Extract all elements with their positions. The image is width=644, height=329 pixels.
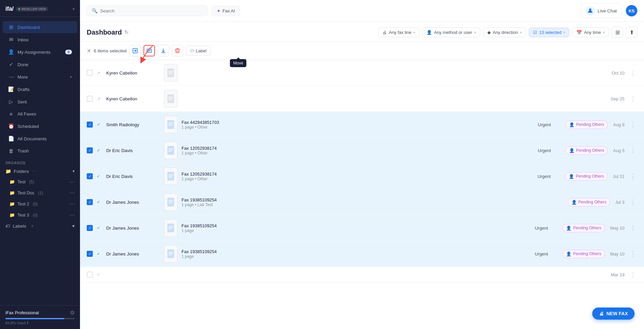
svg-rect-3 [147, 49, 152, 53]
upload-button[interactable]: ⬆ [626, 27, 637, 38]
selected-chevron-icon: ▾ [563, 31, 565, 34]
row-checkbox[interactable] [87, 96, 93, 102]
sidebar-item-dashboard[interactable]: ⊞ Dashboard [3, 21, 77, 33]
row-checkbox[interactable] [87, 147, 93, 153]
folders-header[interactable]: 📁 Folders ⋯ ▾ [0, 166, 80, 176]
sidebar-item-all-faxes[interactable]: ≡ All Faxes [3, 108, 77, 120]
move-button[interactable] [144, 45, 155, 56]
sender-name: Kyren Cabellon [106, 70, 160, 76]
sidebar-item-sent[interactable]: ▷ Sent [3, 96, 77, 108]
live-chat-button[interactable]: Live Chat [580, 3, 622, 18]
more-icon: ⋯ [8, 74, 14, 80]
row-checkbox[interactable] [87, 225, 93, 231]
direction-icon: ✓ [97, 122, 102, 127]
svg-rect-32 [167, 249, 174, 258]
time-filter[interactable]: 📅 Any time ▾ [572, 28, 609, 37]
selected-filter[interactable]: ☑ 13 selected ▾ [529, 28, 570, 37]
fax-ai-button[interactable]: ✦ Fax AI [212, 6, 240, 16]
usage-info-icon[interactable]: ℹ [27, 321, 28, 325]
folder-name-test2: Test 2 [17, 201, 29, 206]
folder-item-test2[interactable]: 📁 Test 2 (0) ⋯ [0, 198, 80, 209]
user-avatar[interactable]: KS [626, 5, 637, 16]
folder-item-test-doc[interactable]: 📁 Test Doc (1) ⋯ [0, 187, 80, 198]
fax-date: May 10 [610, 226, 625, 231]
row-more-icon[interactable]: ⋮ [629, 121, 637, 128]
search-box[interactable]: 🔍 [87, 5, 208, 16]
fax-number: Fax 12052938174 [182, 146, 534, 151]
deselect-button[interactable]: ✕ [87, 48, 91, 54]
direction-icon: ↗ [97, 96, 102, 101]
download-fax-button[interactable] [129, 45, 141, 56]
sidebar-item-drafts[interactable]: 📝 Drafts [3, 83, 77, 95]
folder-name-test3: Test 3 [17, 213, 29, 218]
row-checkbox[interactable] [87, 173, 93, 179]
fax-number: Fax 19385109254 [182, 197, 536, 202]
sidebar-item-done[interactable]: ✓ Done [3, 58, 77, 70]
row-checkbox[interactable] [87, 272, 93, 278]
row-more-icon[interactable]: ⋮ [629, 224, 637, 232]
sidebar-item-scheduled[interactable]: ⏰ Scheduled [3, 120, 77, 132]
search-input[interactable] [100, 8, 203, 13]
folder-item-test3[interactable]: 📁 Test 3 (0) ⋯ [0, 209, 80, 221]
fax-meta: 1 page • Other [182, 177, 533, 181]
folder-more-test2[interactable]: ⋯ [69, 201, 75, 207]
row-checkbox[interactable] [87, 251, 93, 257]
row-checkbox[interactable] [87, 70, 93, 76]
download-button[interactable] [158, 45, 169, 56]
fax-info: Fax 442843851703 1 page • Other [182, 120, 534, 130]
sidebar-item-trash[interactable]: 🗑 Trash [3, 145, 77, 157]
folder-more-test3[interactable]: ⋯ [69, 212, 75, 218]
row-more-icon[interactable]: ⋮ [629, 250, 637, 257]
direction-filter[interactable]: ◆ Any direction ▾ [483, 28, 526, 37]
sidebar-nav: ⊞ Dashboard ✉ Inbox 👤 My Assignments 0 ✓… [0, 17, 80, 305]
row-more-icon[interactable]: ⋮ [629, 173, 637, 180]
folder-count-test2: (0) [33, 202, 38, 206]
folders-options-icon[interactable]: ⋯ [32, 169, 36, 174]
folder-name-test-doc: Test Doc [17, 190, 35, 195]
live-chat-label: Live Chat [598, 8, 617, 13]
sidebar-logo[interactable]: ifa/ RESELLER VIEW ▾ [0, 0, 80, 17]
row-checkbox[interactable] [87, 199, 93, 205]
fax-date: Jul 3 [615, 200, 625, 205]
inbox-icon: ✉ [8, 37, 14, 43]
row-more-icon[interactable]: ⋮ [629, 69, 637, 77]
delete-button[interactable] [172, 45, 183, 56]
fax-meta: 1 page [182, 254, 531, 259]
labels-header[interactable]: 🏷 Labels ＋ ▾ [0, 221, 80, 231]
table-row: ↗ Kyren Cabellon Oct 10 ⋮ [80, 60, 644, 86]
folder-more-test-doc[interactable]: ⋯ [69, 190, 75, 196]
folders-chevron-icon[interactable]: ▾ [73, 169, 75, 174]
labels-chevron-icon[interactable]: ▾ [72, 223, 75, 229]
new-fax-button[interactable]: 🖨 NEW FAX [592, 308, 635, 320]
sender-name: Dr Eric Davis [106, 174, 160, 179]
status-badge: 👤 Pending Others [565, 172, 607, 181]
sidebar-item-all-documents[interactable]: 📄 All Documents [3, 133, 77, 145]
labels-add-icon[interactable]: ＋ [30, 223, 35, 229]
folder-item-test[interactable]: 📁 Test (5) ⋯ [0, 176, 80, 187]
folder-icon-test-doc: 📁 [9, 190, 15, 195]
fax-priority: Urgent [537, 174, 561, 179]
folder-icon: 📁 [5, 169, 11, 174]
row-more-icon[interactable]: ⋮ [629, 147, 637, 154]
drafts-icon: 📝 [8, 86, 14, 92]
row-more-icon[interactable]: ⋮ [629, 198, 637, 206]
sidebar-item-more[interactable]: ⋯ More ▾ [3, 71, 77, 83]
direction-icon: ✓ [97, 226, 102, 230]
label-button[interactable]: ⬭ Label [186, 46, 211, 56]
folder-more-test[interactable]: ⋯ [69, 179, 75, 185]
direction-icon: ✓ [97, 251, 102, 256]
sidebar-item-my-assignments[interactable]: 👤 My Assignments 0 [3, 46, 77, 58]
fax-line-filter[interactable]: 🖨 Any fax line ▾ [378, 28, 419, 37]
settings-icon[interactable]: ⚙ [70, 310, 75, 316]
refresh-icon[interactable]: ↻ [124, 29, 129, 35]
sidebar-toggle-icon[interactable]: ▾ [73, 7, 75, 11]
row-checkbox[interactable] [87, 122, 93, 128]
view-toggle-button[interactable]: ⊞ [612, 27, 623, 38]
fax-date: Mar 19 [611, 272, 625, 277]
method-user-filter[interactable]: 👤 Any method or user ▾ [422, 28, 480, 37]
main-content: 🔍 ✦ Fax AI Live Chat KS Dashboard ↻ [80, 0, 644, 329]
row-more-icon[interactable]: ⋮ [629, 95, 637, 102]
row-more-icon[interactable]: ⋮ [629, 271, 637, 278]
table-row: ✓ Smith Radiology Fax 442843851703 1 pag… [80, 112, 644, 138]
sidebar-item-inbox[interactable]: ✉ Inbox [3, 34, 77, 46]
